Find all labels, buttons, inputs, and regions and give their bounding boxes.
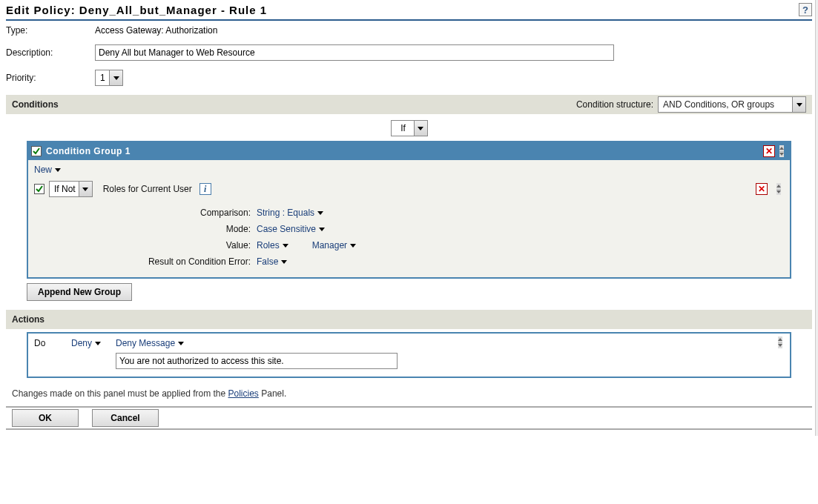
- condition-checkbox[interactable]: [34, 184, 44, 194]
- ok-button[interactable]: OK: [12, 409, 79, 427]
- chevron-down-icon: [281, 260, 287, 264]
- new-condition-label: New: [34, 165, 52, 175]
- chevron-down-icon: [79, 182, 92, 196]
- type-value: Access Gateway: Authorization: [95, 25, 812, 36]
- move-condition-control[interactable]: [774, 183, 784, 195]
- move-up-icon[interactable]: [778, 336, 782, 343]
- description-label: Description:: [6, 47, 95, 58]
- value-type: Roles: [257, 240, 280, 251]
- chevron-down-icon: [414, 121, 427, 136]
- error-result-key: Result on Condition Error:: [101, 256, 257, 267]
- comparison-select[interactable]: String : Equals: [257, 208, 323, 218]
- value-role: Manager: [312, 240, 347, 251]
- check-icon: [35, 185, 44, 193]
- chevron-down-icon: [317, 211, 323, 215]
- do-label: Do: [34, 338, 56, 348]
- actions-box: Do Deny Deny Message: [27, 332, 791, 378]
- if-select[interactable]: If: [391, 120, 428, 136]
- move-down-icon[interactable]: [776, 190, 781, 196]
- append-new-group-button[interactable]: Append New Group: [27, 283, 132, 301]
- move-down-icon[interactable]: [778, 343, 782, 349]
- footer-note-suffix: Panel.: [261, 388, 286, 399]
- chevron-down-icon: [178, 342, 184, 345]
- close-icon: ✕: [765, 146, 773, 156]
- move-group-control[interactable]: [776, 145, 787, 157]
- priority-label: Priority:: [6, 73, 95, 83]
- condition-group-title: Condition Group 1: [46, 146, 131, 156]
- cancel-button-label: Cancel: [111, 413, 139, 423]
- move-up-icon[interactable]: [779, 145, 784, 152]
- condition-group: Condition Group 1 ✕ New: [27, 141, 791, 279]
- ok-button-label: OK: [39, 413, 52, 423]
- conditions-section-bar: Conditions Condition structure: AND Cond…: [6, 95, 812, 114]
- condition-parameters: Comparison: String : Equals Mode: Case S…: [101, 205, 784, 270]
- type-label: Type:: [6, 25, 95, 36]
- chevron-down-icon: [319, 228, 325, 231]
- policies-link[interactable]: Policies: [228, 388, 259, 399]
- comparison-value: String : Equals: [257, 208, 314, 218]
- condition-group-header: Condition Group 1 ✕: [28, 142, 790, 160]
- ifnot-select[interactable]: If Not: [49, 181, 93, 197]
- footer-note: Changes made on this panel must be appli…: [6, 378, 812, 406]
- cancel-button[interactable]: Cancel: [92, 409, 159, 427]
- ifnot-value: If Not: [50, 184, 79, 194]
- condition-structure-select[interactable]: AND Conditions, OR groups: [658, 96, 806, 113]
- chevron-down-icon: [792, 97, 805, 112]
- description-input[interactable]: [95, 44, 614, 61]
- comparison-key: Comparison:: [101, 208, 257, 218]
- roles-label: Roles for Current User: [103, 184, 192, 194]
- delete-condition-button[interactable]: ✕: [756, 183, 768, 195]
- move-up-icon[interactable]: [776, 183, 781, 190]
- help-icon[interactable]: ?: [799, 3, 812, 16]
- condition-structure-value: AND Conditions, OR groups: [659, 99, 792, 110]
- action-type-select[interactable]: Deny: [71, 338, 101, 348]
- error-result-select[interactable]: False: [257, 256, 287, 267]
- info-icon[interactable]: i: [199, 183, 211, 195]
- deny-message-select[interactable]: Deny Message: [116, 338, 184, 348]
- check-icon: [32, 147, 41, 156]
- help-icon-glyph: ?: [802, 4, 808, 16]
- action-type-value: Deny: [71, 338, 92, 348]
- info-glyph: i: [204, 184, 206, 195]
- close-icon: ✕: [758, 184, 765, 194]
- actions-section-bar: Actions: [6, 310, 812, 329]
- new-condition-link[interactable]: New: [34, 165, 61, 175]
- mode-value: Case Sensitive: [257, 224, 316, 234]
- move-action-control[interactable]: [775, 336, 785, 348]
- chevron-down-icon: [283, 244, 288, 248]
- value-key: Value:: [101, 240, 257, 251]
- error-result-value: False: [257, 256, 278, 267]
- value-type-select[interactable]: Roles: [257, 240, 288, 251]
- if-value: If: [392, 123, 414, 133]
- mode-select[interactable]: Case Sensitive: [257, 224, 325, 234]
- actions-title: Actions: [12, 314, 44, 325]
- group-checkbox[interactable]: [31, 146, 42, 156]
- mode-key: Mode:: [101, 224, 257, 234]
- condition-structure-label: Condition structure:: [576, 99, 653, 110]
- conditions-title: Conditions: [12, 99, 59, 110]
- deny-message-label: Deny Message: [116, 338, 175, 348]
- chevron-down-icon: [109, 70, 122, 85]
- edit-policy-panel: Edit Policy: Deny_All_but_Manager - Rule…: [0, 0, 818, 436]
- chevron-down-icon: [350, 244, 356, 248]
- append-new-group-label: Append New Group: [38, 287, 121, 297]
- move-down-icon[interactable]: [779, 152, 784, 158]
- chevron-down-icon: [95, 342, 101, 345]
- footer-note-prefix: Changes made on this panel must be appli…: [12, 388, 228, 399]
- right-edge-divider: [815, 0, 818, 436]
- delete-group-button[interactable]: ✕: [763, 145, 775, 157]
- page-title: Edit Policy: Deny_All_but_Manager - Rule…: [6, 4, 267, 16]
- priority-select[interactable]: 1: [95, 70, 123, 86]
- priority-value: 1: [96, 73, 109, 83]
- value-role-select[interactable]: Manager: [312, 240, 356, 251]
- deny-message-input[interactable]: [116, 353, 398, 369]
- chevron-down-icon: [55, 168, 61, 172]
